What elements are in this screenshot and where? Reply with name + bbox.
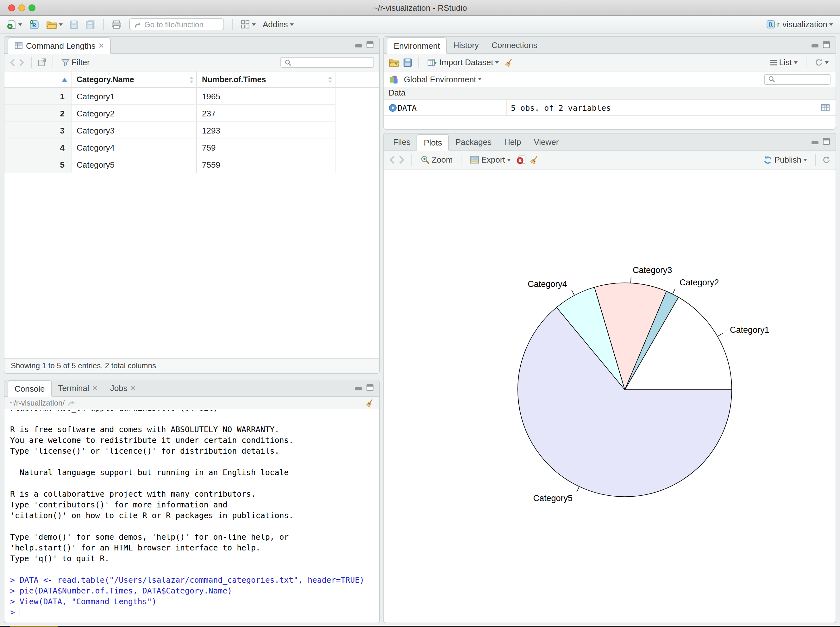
environment-search-input[interactable] — [778, 75, 827, 83]
column-header-category-name[interactable]: Category.Name — [71, 71, 197, 87]
tab-command-lengths[interactable]: Command Lengths — [8, 37, 111, 54]
addins-button[interactable]: Addins — [261, 18, 295, 30]
column-label: Number.of.Times — [202, 75, 266, 84]
tab-help[interactable]: Help — [498, 134, 527, 150]
new-file-icon — [7, 20, 16, 29]
minimize-pane-icon[interactable] — [812, 138, 818, 145]
tab-jobs[interactable]: Jobs — [104, 380, 142, 396]
filter-button[interactable]: Filter — [60, 56, 92, 68]
table-row[interactable]: 2Category2237 — [5, 105, 335, 122]
maximize-pane-icon[interactable] — [823, 138, 830, 145]
project-selector[interactable]: R r-visualization — [764, 18, 835, 30]
minimize-pane-icon[interactable] — [355, 384, 362, 391]
publish-button[interactable]: Publish — [762, 154, 809, 166]
screen-bottom-accent — [10, 626, 58, 627]
table-search-input[interactable] — [294, 58, 370, 67]
object-description: 5 obs. of 2 variables — [507, 100, 821, 115]
export-image-icon — [470, 156, 479, 164]
close-icon[interactable] — [131, 385, 136, 391]
maximize-pane-icon[interactable] — [366, 41, 373, 48]
sort-toggle-icon — [189, 77, 194, 83]
remove-plot-icon[interactable] — [516, 155, 526, 164]
maximize-pane-icon[interactable] — [823, 41, 830, 48]
open-file-button[interactable] — [44, 19, 65, 30]
console-prompt[interactable]: > — [10, 607, 379, 618]
import-dataset-button[interactable]: Import Dataset — [425, 56, 501, 68]
next-plot-icon[interactable] — [399, 156, 405, 164]
tab-history[interactable]: History — [447, 37, 485, 53]
export-plot-button[interactable]: Export — [468, 154, 512, 166]
view-table-icon[interactable] — [821, 104, 830, 111]
environment-toolbar: Import Dataset List — [384, 54, 835, 71]
table-header: Category.Name Number.of.Times — [5, 71, 379, 88]
load-workspace-icon[interactable] — [388, 58, 399, 67]
refresh-icon — [815, 58, 823, 66]
console-line: Type 'q()' to quit R. — [10, 553, 379, 564]
screen-bottom-edge — [0, 626, 840, 627]
label-tick — [673, 289, 675, 294]
working-directory: ~/r-visualization/ — [9, 398, 65, 407]
import-dataset-label: Import Dataset — [439, 58, 493, 67]
chevron-down-icon — [803, 159, 807, 161]
tab-viewer[interactable]: Viewer — [527, 134, 565, 150]
pane-layout-button[interactable] — [238, 18, 257, 30]
tab-files[interactable]: Files — [387, 134, 417, 150]
column-header-number-of-times[interactable]: Number.of.Times — [197, 71, 335, 87]
print-button[interactable] — [109, 19, 123, 30]
environment-object-row[interactable]: DATA5 obs. of 2 variables — [384, 100, 835, 116]
tab-label: Environment — [394, 41, 440, 50]
save-all-button[interactable] — [84, 19, 98, 30]
close-icon[interactable] — [92, 385, 98, 391]
environment-pane: Environment History Connections Import D… — [383, 36, 836, 130]
forward-icon[interactable] — [19, 58, 25, 66]
clear-environment-icon[interactable] — [505, 58, 514, 67]
clear-plots-icon[interactable] — [530, 155, 539, 164]
object-name[interactable]: DATA — [398, 103, 507, 112]
row-number: 4 — [5, 139, 71, 156]
zoom-plot-button[interactable]: Zoom — [418, 154, 455, 166]
tab-plots[interactable]: Plots — [417, 134, 449, 151]
minimize-pane-icon[interactable] — [812, 41, 818, 48]
table-row[interactable]: 4Category4759 — [5, 139, 335, 156]
environment-scope-selector[interactable]: Global Environment — [402, 73, 484, 85]
table-cell: 237 — [197, 105, 335, 121]
tab-packages[interactable]: Packages — [449, 134, 498, 150]
text-cursor — [20, 608, 20, 616]
publish-label: Publish — [774, 155, 801, 164]
tab-console[interactable]: Console — [8, 380, 52, 397]
new-file-button[interactable] — [5, 18, 24, 30]
new-project-button[interactable]: R — [27, 18, 41, 31]
goto-file-input[interactable] — [144, 20, 214, 29]
open-in-new-window-icon[interactable] — [38, 58, 46, 66]
save-button[interactable] — [68, 19, 81, 30]
back-icon[interactable] — [9, 58, 15, 66]
tab-connections[interactable]: Connections — [485, 37, 544, 53]
table-cell: Category1 — [71, 88, 197, 104]
previous-plot-icon[interactable] — [388, 156, 395, 164]
close-icon[interactable] — [99, 43, 104, 48]
minimize-pane-icon[interactable] — [355, 41, 362, 48]
list-view-button[interactable]: List — [768, 56, 799, 68]
table-row[interactable]: 3Category31293 — [5, 122, 335, 139]
refresh-plot-icon[interactable] — [822, 156, 831, 164]
filter-funnel-icon — [62, 58, 69, 66]
console-body[interactable]: Platform: x86_64-apple-darwin15.6.0 (64-… — [5, 410, 379, 622]
pie-label: Category2 — [679, 278, 719, 287]
project-name: r-visualization — [777, 20, 827, 29]
maximize-pane-icon[interactable] — [366, 384, 373, 391]
tab-terminal[interactable]: Terminal — [52, 380, 104, 396]
save-workspace-icon[interactable] — [403, 58, 412, 67]
pie-label: Category4 — [527, 279, 567, 289]
goto-directory-icon[interactable] — [68, 400, 75, 406]
refresh-environment-button[interactable] — [813, 57, 831, 68]
tab-environment[interactable]: Environment — [387, 37, 447, 54]
clear-console-icon[interactable] — [365, 398, 374, 407]
table-row[interactable]: 5Category57559 — [5, 156, 335, 173]
expand-object-icon[interactable] — [387, 104, 398, 112]
table-cell: 1293 — [197, 122, 335, 139]
chevron-down-icon — [252, 23, 256, 26]
row-number-header[interactable] — [5, 71, 71, 87]
row-number: 2 — [5, 105, 71, 121]
table-row[interactable]: 1Category11965 — [5, 88, 335, 105]
save-icon — [69, 20, 79, 29]
